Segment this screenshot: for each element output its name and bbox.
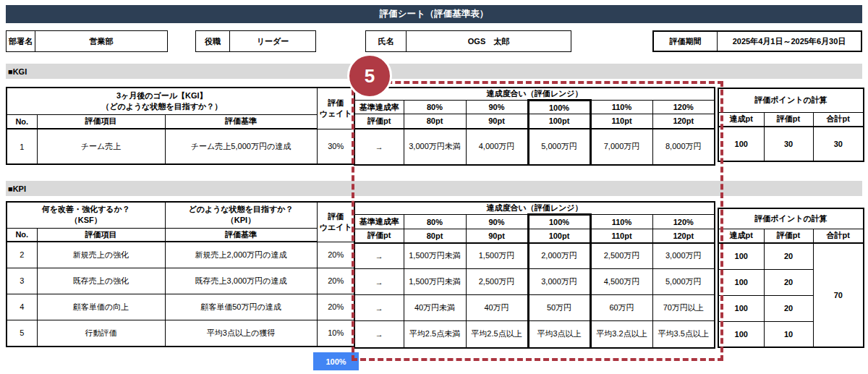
kgi-range-90[interactable]: 4,000万円 xyxy=(466,129,528,165)
kpi-calc-header: 評価ポイントの計算 xyxy=(718,208,864,229)
period-label: 評価期間 xyxy=(654,32,718,51)
department-value[interactable]: 営業部 xyxy=(35,31,167,51)
kpi-range-110[interactable]: 平均3.2点以上 xyxy=(590,321,652,348)
kpi-evalpt-value[interactable]: 20 xyxy=(764,269,813,295)
kpi-range-header: 達成度合い（評価レンジ） xyxy=(354,202,715,215)
kgi-goal-line1: 3ヶ月後のゴール【KGI】 xyxy=(9,90,315,101)
kgi-pt-110: 110pt xyxy=(590,114,652,129)
kpi-row-weight[interactable]: 20% xyxy=(317,294,355,320)
kpi-row-weight[interactable]: 20% xyxy=(317,242,355,268)
kpi-row-criteria[interactable]: 平均3点以上の獲得 xyxy=(165,320,317,347)
kpi-range-90[interactable]: 40万円 xyxy=(466,295,528,321)
kpi-range-90[interactable]: 平均2.5点以上 xyxy=(466,321,528,348)
kpi-row-criteria[interactable]: 顧客単価50万円の達成 xyxy=(165,294,317,320)
kpi-evalpt-value[interactable]: 10 xyxy=(764,321,813,347)
kpi-range-110[interactable]: 60万円 xyxy=(590,295,652,321)
kpi-range-120[interactable]: 3,000万円 xyxy=(652,243,715,269)
kpi-range-80[interactable]: 1,500万円未満 xyxy=(404,269,466,295)
name-value[interactable]: OGS 太郎 xyxy=(407,31,571,51)
kpi-evalpt-header: 評価pt xyxy=(764,229,813,243)
kgi-weight-header: 評価 ウェイト xyxy=(317,88,355,129)
kpi-range-120[interactable]: 平均3.5点以上 xyxy=(652,321,715,348)
kpi-row-criteria[interactable]: 新規売上2,000万円の達成 xyxy=(165,242,317,268)
kpi-range-120[interactable]: 5,000万円 xyxy=(652,269,715,295)
kpi-range-100[interactable]: 3,000万円 xyxy=(528,269,590,295)
kpi-row-no[interactable]: 3 xyxy=(7,268,37,294)
kgi-totalpt-header: 合計pt xyxy=(813,112,864,127)
kpi-range-110[interactable]: 4,500万円 xyxy=(590,269,652,295)
kpi-pt-110: 110pt xyxy=(590,229,652,243)
kpi-range-90[interactable]: 1,500万円 xyxy=(466,243,528,269)
kpi-row-criteria[interactable]: 既存売上3,000万円の達成 xyxy=(165,268,317,294)
kpi-pt-80: 80pt xyxy=(404,229,466,243)
kpi-items-table: 何を改善・強化するか？ （KSF） どのような状態を目指すか？ （KPI） 評価… xyxy=(6,201,356,347)
kpi-evalpt-value[interactable]: 20 xyxy=(764,243,813,269)
kpi-range-120[interactable]: 70万円以上 xyxy=(652,295,715,321)
kgi-row-no[interactable]: 1 xyxy=(7,129,37,164)
kpi-achievept-value[interactable]: 100 xyxy=(718,321,764,347)
kgi-row-item[interactable]: チーム売上 xyxy=(37,129,165,164)
kgi-row-weight[interactable]: 30% xyxy=(317,129,355,164)
kgi-range-100[interactable]: 5,000万円 xyxy=(528,129,590,165)
kgi-range-80[interactable]: 3,000万円未満 xyxy=(404,129,466,165)
kpi-range-100[interactable]: 2,000万円 xyxy=(528,243,590,269)
kpi-row-item[interactable]: 新規売上の強化 xyxy=(37,242,165,268)
kpi-row-no[interactable]: 5 xyxy=(7,320,37,347)
kgi-evalpt-value[interactable]: 30 xyxy=(764,127,813,161)
kpi-row-no[interactable]: 2 xyxy=(7,242,37,268)
kpi-rate-110: 110% xyxy=(590,215,652,229)
kpi-range-80[interactable]: 平均2.5点未満 xyxy=(404,321,466,348)
kgi-totalpt-value[interactable]: 30 xyxy=(813,127,864,161)
kpi-row-arrow: → xyxy=(354,321,404,348)
kgi-row-arrow: → xyxy=(354,129,404,165)
kgi-criteria-header: 評価基準 xyxy=(165,114,317,129)
kgi-no-header: No. xyxy=(7,114,37,129)
kpi-range-110[interactable]: 2,500万円 xyxy=(590,243,652,269)
kpi-evalpt-value[interactable]: 20 xyxy=(764,295,813,321)
kpi-range-100[interactable]: 50万円 xyxy=(528,295,590,321)
kpi-criteria-header: 評価基準 xyxy=(165,228,317,242)
annotation-badge-5: 5 xyxy=(347,54,392,98)
kgi-section-label: ■KGI xyxy=(8,67,27,76)
kpi-row-weight[interactable]: 10% xyxy=(317,320,355,347)
kpi-range-90[interactable]: 2,500万円 xyxy=(466,269,528,295)
evaluation-sheet: 評価シート（評価基準表） 部署名 営業部 役職 リーダー 氏名 OGS 太郎 評… xyxy=(0,0,868,374)
sheet-title: 評価シート（評価基準表） xyxy=(380,8,489,20)
role-label: 役職 xyxy=(196,31,230,51)
kgi-range-110[interactable]: 7,000万円 xyxy=(590,129,652,165)
period-value[interactable]: 2025年4月1日～2025年6月30日 xyxy=(718,32,861,51)
kgi-row-criteria[interactable]: チーム売上5,000万円の達成 xyxy=(165,129,317,164)
kgi-rate-100: 100% xyxy=(528,101,590,114)
kgi-section-band: ■KGI xyxy=(6,64,862,79)
kpi-row-no[interactable]: 4 xyxy=(7,294,37,320)
kpi-goal-line1: どのような状態を目指すか？ xyxy=(167,204,315,215)
kpi-section-band: ■KPI xyxy=(6,181,862,196)
kgi-achievept-value[interactable]: 100 xyxy=(718,127,764,161)
kgi-pt-80: 80pt xyxy=(404,114,466,129)
kpi-ksf-line2: （KSF） xyxy=(9,215,163,226)
kgi-range-table: 達成度合い（評価レンジ） 基準達成率 80% 90% 100% 110% 120… xyxy=(354,87,715,166)
kpi-range-80[interactable]: 40万円未満 xyxy=(404,295,466,321)
kpi-row-item[interactable]: 行動評価 xyxy=(37,320,165,347)
kpi-goal-line2: （KPI） xyxy=(167,215,315,226)
kgi-range-120[interactable]: 8,000万円 xyxy=(652,129,715,165)
kpi-totalpt-value[interactable]: 70 xyxy=(813,243,864,347)
kpi-range-80[interactable]: 1,500万円未満 xyxy=(404,243,466,269)
kpi-rate-label: 基準達成率 xyxy=(354,215,404,229)
annotation-badge-number: 5 xyxy=(365,65,375,88)
kpi-achievept-value[interactable]: 100 xyxy=(718,269,764,295)
kpi-totalpt-header: 合計pt xyxy=(813,229,864,243)
kgi-pt-120: 120pt xyxy=(652,114,715,129)
kpi-row-item[interactable]: 顧客単価の向上 xyxy=(37,294,165,320)
department-field: 部署名 営業部 xyxy=(6,30,168,52)
kpi-achievept-value[interactable]: 100 xyxy=(718,295,764,321)
kgi-items-table: 3ヶ月後のゴール【KGI】 （どのような状態を目指すか？） 評価 ウェイト No… xyxy=(6,87,356,165)
kpi-section-label: ■KPI xyxy=(8,184,26,193)
kpi-achievept-value[interactable]: 100 xyxy=(718,243,764,269)
kpi-range-100[interactable]: 平均3点以上 xyxy=(528,321,590,348)
kpi-row-weight[interactable]: 20% xyxy=(317,268,355,294)
weight-total-cell[interactable]: 100% xyxy=(313,352,359,370)
kpi-row-item[interactable]: 既存売上の強化 xyxy=(37,268,165,294)
kgi-range-header: 達成度合い（評価レンジ） xyxy=(354,88,715,101)
role-value[interactable]: リーダー xyxy=(230,31,315,51)
